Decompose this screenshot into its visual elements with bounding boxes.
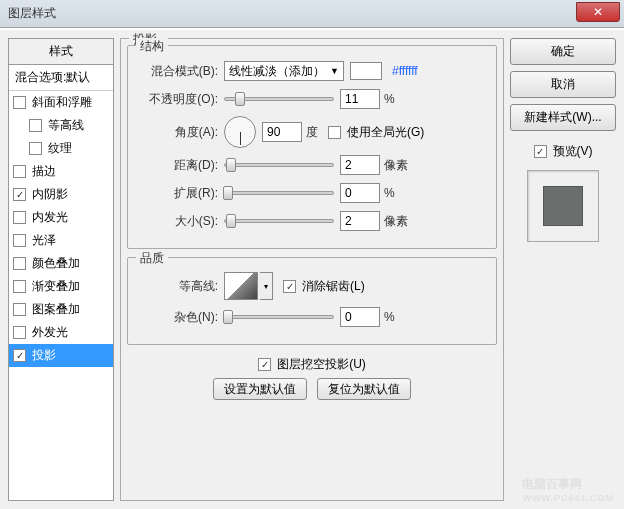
set-default-button[interactable]: 设置为默认值 <box>213 378 307 400</box>
knockout-checkbox[interactable]: ✓ <box>258 358 271 371</box>
opacity-input[interactable]: 11 <box>340 89 380 109</box>
blend-options-row[interactable]: 混合选项:默认 <box>9 65 113 91</box>
style-label: 颜色叠加 <box>32 255 80 272</box>
style-checkbox[interactable] <box>13 96 26 109</box>
angle-unit: 度 <box>306 124 318 141</box>
angle-label: 角度(A): <box>138 124 218 141</box>
style-label: 内发光 <box>32 209 68 226</box>
style-checkbox[interactable]: ✓ <box>13 188 26 201</box>
antialias-label: 消除锯齿(L) <box>302 278 365 295</box>
style-label: 纹理 <box>48 140 72 157</box>
style-checkbox[interactable] <box>13 326 26 339</box>
right-column: 确定 取消 新建样式(W)... ✓ 预览(V) <box>510 38 616 501</box>
preview-label: 预览(V) <box>553 143 593 160</box>
distance-unit: 像素 <box>384 157 408 174</box>
noise-unit: % <box>384 310 395 324</box>
opacity-label: 不透明度(O): <box>138 91 218 108</box>
preview-box <box>527 170 599 242</box>
color-hex: #ffffff <box>392 64 418 78</box>
contour-label: 等高线: <box>138 278 218 295</box>
spread-input[interactable]: 0 <box>340 183 380 203</box>
size-unit: 像素 <box>384 213 408 230</box>
style-label: 描边 <box>32 163 56 180</box>
noise-input[interactable]: 0 <box>340 307 380 327</box>
close-button[interactable]: ✕ <box>576 2 620 22</box>
style-label: 外发光 <box>32 324 68 341</box>
style-checkbox[interactable] <box>13 211 26 224</box>
style-item[interactable]: ✓内阴影 <box>9 183 113 206</box>
antialias-checkbox[interactable]: ✓ <box>283 280 296 293</box>
style-checkbox[interactable] <box>29 142 42 155</box>
noise-slider[interactable] <box>224 315 334 319</box>
global-light-label: 使用全局光(G) <box>347 124 424 141</box>
style-label: 内阴影 <box>32 186 68 203</box>
preview-swatch <box>543 186 583 226</box>
structure-fieldset: 结构 混合模式(B): 线性减淡（添加） #ffffff 不透明度(O): 11… <box>127 45 497 249</box>
global-light-checkbox[interactable] <box>328 126 341 139</box>
style-item[interactable]: 光泽 <box>9 229 113 252</box>
style-item[interactable]: 斜面和浮雕 <box>9 91 113 114</box>
style-item[interactable]: 外发光 <box>9 321 113 344</box>
blend-mode-label: 混合模式(B): <box>138 63 218 80</box>
spread-unit: % <box>384 186 395 200</box>
blend-mode-value: 线性减淡（添加） <box>229 63 325 80</box>
contour-dropdown[interactable]: ▾ <box>260 272 273 300</box>
distance-input[interactable]: 2 <box>340 155 380 175</box>
style-checkbox[interactable] <box>13 257 26 270</box>
dialog-body: 样式 混合选项:默认 斜面和浮雕等高线纹理描边✓内阴影内发光光泽颜色叠加渐变叠加… <box>0 28 624 509</box>
noise-label: 杂色(N): <box>138 309 218 326</box>
angle-dial[interactable] <box>224 116 256 148</box>
styles-header: 样式 <box>9 39 113 65</box>
new-style-button[interactable]: 新建样式(W)... <box>510 104 616 131</box>
style-label: 图案叠加 <box>32 301 80 318</box>
style-item[interactable]: 颜色叠加 <box>9 252 113 275</box>
opacity-slider[interactable] <box>224 97 334 101</box>
window-title: 图层样式 <box>8 5 56 22</box>
style-label: 等高线 <box>48 117 84 134</box>
style-label: 投影 <box>32 347 56 364</box>
style-checkbox[interactable]: ✓ <box>13 349 26 362</box>
style-item[interactable]: 纹理 <box>9 137 113 160</box>
style-label: 斜面和浮雕 <box>32 94 92 111</box>
spread-label: 扩展(R): <box>138 185 218 202</box>
blend-mode-select[interactable]: 线性减淡（添加） <box>224 61 344 81</box>
style-item[interactable]: 描边 <box>9 160 113 183</box>
distance-label: 距离(D): <box>138 157 218 174</box>
knockout-label: 图层挖空投影(U) <box>277 356 366 373</box>
style-label: 光泽 <box>32 232 56 249</box>
quality-legend: 品质 <box>136 250 168 267</box>
opacity-unit: % <box>384 92 395 106</box>
main-area: 投影 结构 混合模式(B): 线性减淡（添加） #ffffff 不透明度(O):… <box>120 38 504 501</box>
style-checkbox[interactable] <box>29 119 42 132</box>
cancel-button[interactable]: 取消 <box>510 71 616 98</box>
angle-input[interactable]: 90 <box>262 122 302 142</box>
preview-checkbox[interactable]: ✓ <box>534 145 547 158</box>
style-item[interactable]: 渐变叠加 <box>9 275 113 298</box>
titlebar: 图层样式 ✕ <box>0 0 624 28</box>
close-icon: ✕ <box>593 5 603 19</box>
ok-button[interactable]: 确定 <box>510 38 616 65</box>
style-checkbox[interactable] <box>13 303 26 316</box>
spread-slider[interactable] <box>224 191 334 195</box>
style-checkbox[interactable] <box>13 234 26 247</box>
styles-list: 样式 混合选项:默认 斜面和浮雕等高线纹理描边✓内阴影内发光光泽颜色叠加渐变叠加… <box>8 38 114 501</box>
size-label: 大小(S): <box>138 213 218 230</box>
style-checkbox[interactable] <box>13 165 26 178</box>
size-slider[interactable] <box>224 219 334 223</box>
style-label: 渐变叠加 <box>32 278 80 295</box>
style-item[interactable]: 等高线 <box>9 114 113 137</box>
style-item[interactable]: 内发光 <box>9 206 113 229</box>
quality-fieldset: 品质 等高线: ▾ ✓ 消除锯齿(L) 杂色(N): 0 % <box>127 257 497 345</box>
style-item[interactable]: 图案叠加 <box>9 298 113 321</box>
structure-legend: 结构 <box>136 38 168 55</box>
contour-picker[interactable] <box>224 272 258 300</box>
distance-slider[interactable] <box>224 163 334 167</box>
size-input[interactable]: 2 <box>340 211 380 231</box>
color-swatch[interactable] <box>350 62 382 80</box>
style-checkbox[interactable] <box>13 280 26 293</box>
reset-default-button[interactable]: 复位为默认值 <box>317 378 411 400</box>
style-item[interactable]: ✓投影 <box>9 344 113 367</box>
